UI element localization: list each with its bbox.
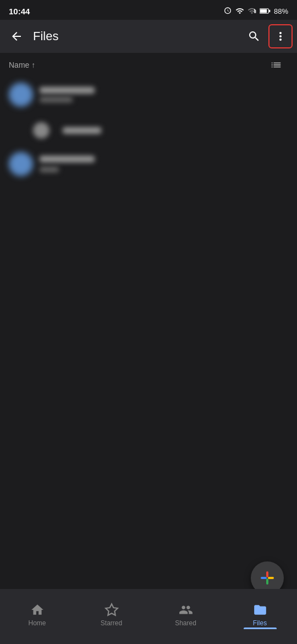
sort-label-text: Name <box>9 61 29 69</box>
svg-rect-5 <box>261 577 267 579</box>
file-info-2 <box>63 127 101 134</box>
app-bar-actions <box>242 24 293 48</box>
shared-icon <box>179 603 193 617</box>
battery-icon <box>260 7 271 15</box>
svg-rect-4 <box>269 10 270 12</box>
file-icon-1 <box>9 83 33 107</box>
file-item-3[interactable] <box>0 146 297 182</box>
main-content: Name ↑ <box>0 53 297 589</box>
file-info-3 <box>40 156 95 172</box>
nav-label-files: Files <box>253 619 267 627</box>
page-title: Files <box>33 29 242 43</box>
svg-rect-6 <box>266 571 268 577</box>
nav-item-starred[interactable]: Starred <box>74 597 148 627</box>
sort-name-button[interactable]: Name ↑ <box>9 61 35 69</box>
nav-item-shared[interactable]: Shared <box>148 597 223 627</box>
sort-arrow-icon: ↑ <box>31 61 35 69</box>
status-bar: 10:44 88% <box>0 0 297 20</box>
more-options-button[interactable] <box>268 24 293 48</box>
back-icon <box>10 30 23 43</box>
status-icons: 88% <box>223 7 288 15</box>
file-item-2[interactable] <box>0 117 297 144</box>
more-vertical-icon <box>274 30 287 43</box>
nav-label-starred: Starred <box>101 619 122 627</box>
file-name-1 <box>40 87 95 94</box>
alarm-icon <box>223 7 232 15</box>
files-icon <box>253 603 267 617</box>
list-view-icon <box>270 59 282 71</box>
app-bar: Files <box>0 20 297 53</box>
file-name-2 <box>63 127 101 134</box>
battery-percent: 88% <box>274 7 288 15</box>
nav-label-home: Home <box>28 619 46 627</box>
nav-item-files[interactable]: Files <box>223 597 297 627</box>
bottom-nav: Home Starred Shared Files <box>0 589 297 644</box>
signal-icon <box>248 7 256 15</box>
search-button[interactable] <box>242 24 266 48</box>
add-icon <box>260 570 275 586</box>
file-meta-1 <box>40 97 73 102</box>
nav-label-shared: Shared <box>175 619 196 627</box>
search-icon <box>248 30 261 43</box>
view-toggle-button[interactable] <box>264 53 288 77</box>
file-info-1 <box>40 87 95 102</box>
file-item-1[interactable] <box>0 77 297 112</box>
sort-bar: Name ↑ <box>0 53 297 77</box>
svg-rect-8 <box>266 578 268 585</box>
svg-rect-1 <box>255 10 256 13</box>
file-name-3 <box>40 156 95 162</box>
back-button[interactable] <box>4 24 29 48</box>
svg-rect-0 <box>254 9 255 13</box>
status-time: 10:44 <box>9 7 30 16</box>
star-icon <box>105 603 119 617</box>
nav-item-home[interactable]: Home <box>0 597 74 627</box>
svg-rect-7 <box>268 577 274 579</box>
wifi-icon <box>235 7 244 15</box>
home-icon <box>30 603 45 617</box>
svg-rect-3 <box>260 9 267 13</box>
